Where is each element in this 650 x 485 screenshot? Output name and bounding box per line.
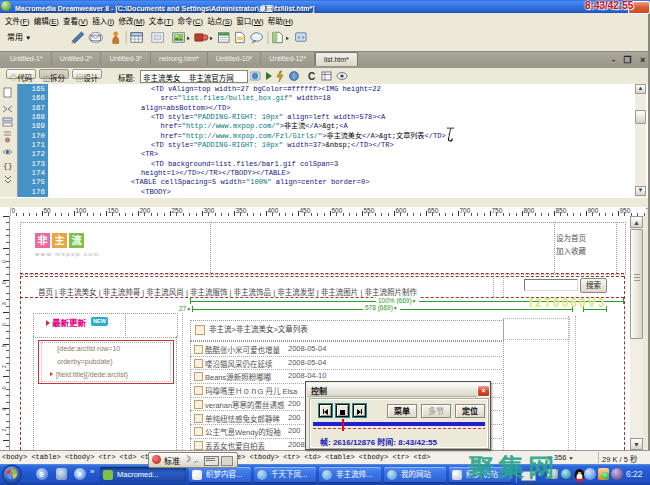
svg-text:{}: {} [3,161,13,170]
svg-text:‹›: ‹› [297,34,305,42]
svg-text:C: C [308,71,315,82]
